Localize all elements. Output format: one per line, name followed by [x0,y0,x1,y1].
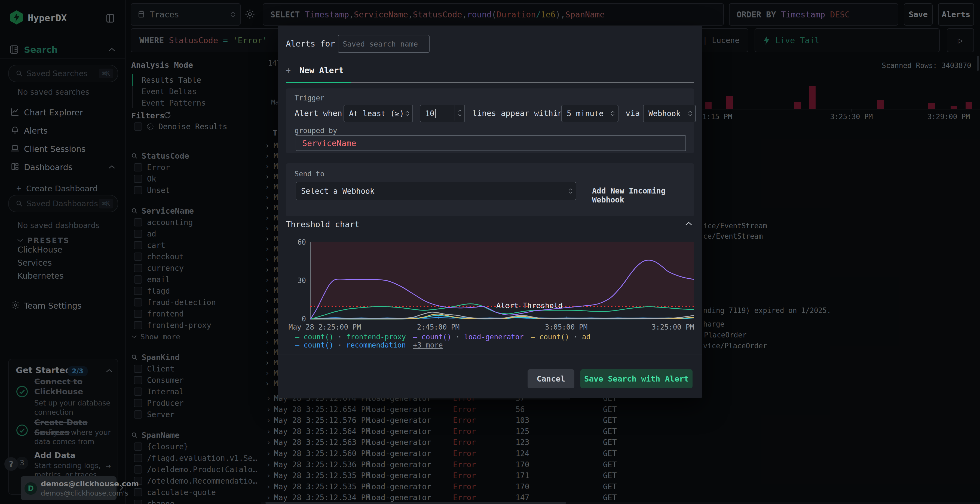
webhook-select[interactable]: Select a Webhook [296,182,576,200]
y-tick-30: 30 [288,277,306,285]
save-search-alert-button[interactable]: Save Search with Alert [581,369,692,388]
number-spinner[interactable] [455,105,465,121]
y-tick-60: 60 [288,238,306,246]
legend-dash: — [295,341,304,349]
x-tick-1: 2:45:00 PM [406,323,471,331]
threshold-line-label: Alert Threshold [475,301,584,310]
modal-footer-divider [278,355,702,355]
grouped-by-label: grouped by [294,127,337,135]
legend-item-recommendation[interactable]: — count() · recommendation [295,341,406,349]
x-tick-2: 3:05:00 PM [533,323,599,331]
chevron-updown-icon [569,188,573,194]
x-tick-3: 3:25:00 PM [640,323,694,331]
channel-select[interactable]: Webhook [643,105,696,122]
condition-select[interactable]: At least (≥) [344,105,413,122]
chevron-updown-icon [405,111,409,116]
send-to-section: Send to Select a Webhook Add New Incomin… [286,163,694,216]
saved-search-name-placeholder: Saved search name [343,40,418,48]
legend-dash: — [295,333,304,341]
legend-fn: count() [304,333,334,341]
legend-dot: · [451,333,464,341]
window-select-value: 5 minute [567,109,603,118]
grouped-by-input[interactable]: ServiceName [296,135,686,151]
legend-fn: count() [422,333,451,341]
lines-within-label: lines appear within [472,108,563,118]
plus-icon: + [286,65,291,75]
via-label: via [625,108,640,118]
collapse-chevron-icon[interactable] [685,221,692,226]
condition-select-value: At least (≥) [349,109,404,118]
legend-series-name: load-generator [464,333,524,341]
legend-series-name: ad [582,333,590,341]
threshold-number-value: 10 [425,109,434,118]
legend-item-ad[interactable]: — count() · ad [531,333,590,341]
cancel-button[interactable]: Cancel [528,369,574,388]
legend-dot: · [334,333,346,341]
x-tick-0: May 28 2:25:00 PM [288,323,361,331]
legend-more-link[interactable]: +3 more [413,341,443,349]
chevron-updown-icon [611,111,615,116]
alert-when-label: Alert when [294,108,342,118]
legend-series-name: recommendation [346,341,406,349]
alerts-modal: Alerts for Saved search name + New Alert… [278,26,702,398]
legend-dot: · [569,333,582,341]
chevron-updown-icon [688,111,692,116]
trigger-label: Trigger [294,94,325,102]
legend-item-load-generator[interactable]: — count() · load-generator [413,333,524,341]
channel-select-value: Webhook [648,109,681,118]
threshold-number-input[interactable]: 10 [420,105,465,122]
add-webhook-button[interactable]: Add New Incoming Webhook [592,186,694,204]
tab-underline-active [286,82,351,83]
saved-search-name-input[interactable]: Saved search name [338,35,430,53]
grouped-by-value: ServiceName [302,138,356,148]
trigger-section: Trigger Alert when At least (≥) 10 lines… [286,89,694,153]
legend-dash: — [413,333,422,341]
legend-fn: count() [539,333,569,341]
tab-new-alert-label: New Alert [299,65,344,75]
legend-fn: count() [304,341,334,349]
send-to-label: Send to [294,170,325,178]
modal-title: Alerts for [286,39,335,48]
legend-dot: · [334,341,346,349]
y-tick-0: 0 [288,315,306,323]
text-caret [435,109,436,118]
threshold-chart-title: Threshold chart [286,219,360,229]
tab-new-alert[interactable]: + New Alert [286,65,344,75]
window-select[interactable]: 5 minute [561,105,619,122]
legend-item-frontend-proxy[interactable]: — count() · frontend-proxy [295,333,406,341]
chart-legend: — count() · frontend-proxy— count() · lo… [295,333,687,349]
above-threshold-region [310,242,694,307]
webhook-select-value: Select a Webhook [301,187,375,196]
legend-dash: — [531,333,539,341]
legend-series-name: frontend-proxy [346,333,406,341]
app-root: HyperDX Traces SELECT Timestamp,ServiceN… [0,0,980,504]
